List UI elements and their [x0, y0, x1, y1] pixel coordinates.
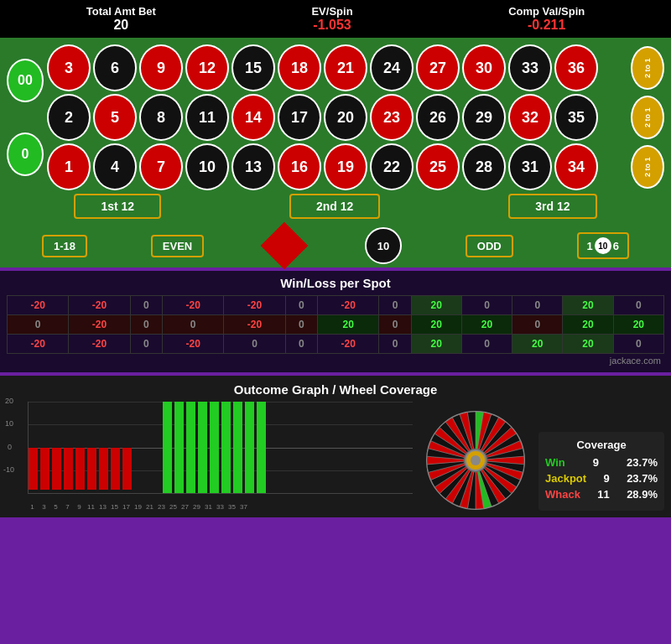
wl-cell: -20 — [8, 296, 69, 315]
num-31[interactable]: 31 — [508, 143, 552, 190]
num-33[interactable]: 33 — [508, 44, 552, 91]
high-bet[interactable]: 1 10 6 — [577, 232, 629, 259]
ev-spin-value: -1.053 — [311, 18, 352, 33]
neg-bar — [40, 448, 49, 490]
red-bet[interactable] — [261, 222, 309, 270]
neg-bar — [99, 448, 108, 490]
num-25[interactable]: 25 — [416, 143, 460, 190]
high-label-start: 1 — [587, 240, 593, 252]
wl-cell: 20 — [411, 315, 461, 335]
num-21[interactable]: 21 — [324, 44, 367, 91]
num-9[interactable]: 9 — [139, 44, 183, 91]
second-dozen[interactable]: 2nd 12 — [289, 194, 380, 219]
double-zero[interactable]: 00 — [7, 59, 44, 102]
table-area: 00 0 3 6 9 12 15 18 21 24 27 30 33 36 2 … — [0, 38, 671, 267]
num-30[interactable]: 30 — [462, 44, 506, 91]
single-zero[interactable]: 0 — [7, 132, 44, 176]
num-8[interactable]: 8 — [139, 94, 183, 141]
pos-bar — [257, 402, 266, 493]
jackpot-count: 9 — [604, 472, 610, 485]
num-22[interactable]: 22 — [370, 143, 414, 190]
winloss-title: Win/Loss per Spot — [7, 276, 664, 290]
wl-cell: 0 — [285, 315, 317, 335]
wl-cell: 20 — [411, 296, 461, 315]
third-dozen[interactable]: 3rd 12 — [508, 194, 596, 219]
num-24[interactable]: 24 — [370, 44, 414, 91]
whack-count: 11 — [597, 488, 609, 501]
num-35[interactable]: 35 — [554, 94, 598, 141]
wl-cell: 0 — [512, 315, 563, 335]
bottom-bets-row: 1-18 EVEN 10 ODD 1 10 6 — [7, 222, 664, 267]
first-dozen[interactable]: 1st 12 — [74, 194, 161, 219]
wl-cell: -20 — [163, 296, 224, 315]
pos-bar — [198, 402, 207, 493]
num-7[interactable]: 7 — [139, 143, 183, 190]
winloss-table: -20 -20 0 -20 -20 0 -20 0 20 0 0 20 0 0 … — [7, 295, 664, 354]
wl-cell: -20 — [318, 296, 379, 315]
wl-cell: 0 — [285, 335, 317, 354]
num-29[interactable]: 29 — [462, 94, 506, 141]
wl-cell: 0 — [8, 315, 69, 335]
total-amt-bet-col: Total Amt Bet 20 — [86, 5, 156, 33]
num-16[interactable]: 16 — [278, 143, 321, 190]
wl-cell: -20 — [163, 335, 224, 354]
num-19[interactable]: 19 — [324, 143, 367, 190]
num-17[interactable]: 17 — [278, 94, 321, 141]
num-3[interactable]: 3 — [47, 44, 91, 91]
pos-bar — [233, 402, 242, 493]
roulette-wheel: (function() { var colors = ['#22bb22','#… — [421, 410, 530, 511]
twoto1-top[interactable]: 2 to 1 — [631, 46, 664, 90]
neg-bar — [64, 448, 73, 490]
wl-cell: 0 — [379, 315, 411, 335]
even-bet[interactable]: EVEN — [151, 235, 204, 257]
num-12[interactable]: 12 — [185, 44, 229, 91]
odd-bet[interactable]: ODD — [466, 235, 513, 257]
coverage-area: Coverage Win 9 23.7% Jackpot 9 23.7% Wha… — [538, 432, 664, 511]
wl-cell: 0 — [285, 296, 317, 315]
neg-bar — [111, 448, 120, 490]
num-10[interactable]: 10 — [185, 143, 229, 190]
num-36[interactable]: 36 — [554, 44, 598, 91]
num-4[interactable]: 4 — [93, 143, 137, 190]
num-18[interactable]: 18 — [278, 44, 321, 91]
wl-cell: 0 — [224, 335, 285, 354]
neg-bar — [122, 448, 132, 490]
num-32[interactable]: 32 — [508, 94, 552, 141]
num-6[interactable]: 6 — [93, 44, 137, 91]
num-34[interactable]: 34 — [554, 143, 598, 190]
num-13[interactable]: 13 — [231, 143, 275, 190]
twoto1-mid[interactable]: 2 to 1 — [631, 96, 664, 139]
twoto1-bot[interactable]: 2 to 1 — [631, 145, 664, 189]
low-bet[interactable]: 1-18 — [42, 235, 87, 257]
header: Total Amt Bet 20 EV/Spin -1.053 Comp Val… — [0, 0, 671, 38]
comp-val-label: Comp Val/Spin — [508, 5, 585, 18]
whack-row: Whack 11 28.9% — [545, 488, 658, 501]
num-14[interactable]: 14 — [231, 94, 275, 141]
outcome-content: 20 10 0 -10 — [7, 402, 664, 511]
outcome-title: Outcome Graph / Wheel Coverage — [7, 382, 664, 397]
pos-bar — [221, 402, 231, 493]
wl-cell: 0 — [613, 335, 663, 354]
num-28[interactable]: 28 — [462, 143, 506, 190]
num-11[interactable]: 11 — [185, 94, 229, 141]
win-row: Win 9 23.7% — [545, 456, 658, 469]
win-label: Win — [545, 456, 565, 469]
winloss-row-1: -20 -20 0 -20 -20 0 -20 0 20 0 0 20 0 — [8, 296, 664, 315]
num-15[interactable]: 15 — [231, 44, 275, 91]
num-27[interactable]: 27 — [416, 44, 460, 91]
neg-bar — [29, 448, 38, 490]
black-bet[interactable]: 10 — [365, 227, 402, 264]
num-20[interactable]: 20 — [324, 94, 367, 141]
wl-cell: -20 — [318, 335, 379, 354]
num-2[interactable]: 2 — [47, 94, 91, 141]
wl-cell: 0 — [130, 315, 162, 335]
num-23[interactable]: 23 — [370, 94, 414, 141]
num-5[interactable]: 5 — [93, 94, 137, 141]
comp-val-value: -0.211 — [508, 18, 585, 33]
num-26[interactable]: 26 — [416, 94, 460, 141]
dozens-row: 1st 12 2nd 12 3rd 12 — [7, 190, 664, 222]
wl-cell: 0 — [130, 335, 162, 354]
num-1[interactable]: 1 — [47, 143, 91, 190]
twoto1-column: 2 to 1 2 to 1 2 to 1 — [631, 44, 664, 190]
wl-cell: 0 — [163, 315, 224, 335]
